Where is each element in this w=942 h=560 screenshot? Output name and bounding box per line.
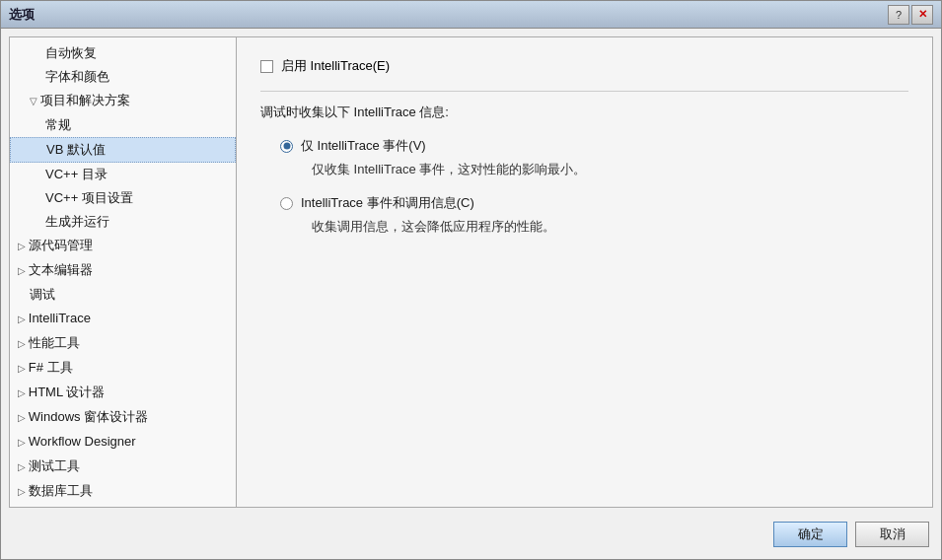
tree-item-font-color[interactable]: 字体和颜色	[10, 65, 236, 89]
tree-item-db-tools[interactable]: 数据库工具	[10, 479, 236, 504]
tree-item-fsharp-tools[interactable]: F# 工具	[10, 356, 236, 381]
left-panel: 自动恢复 字体和颜色 项目和解决方案 常规 VB 默认值 VC++ 目录 VC+…	[10, 37, 237, 507]
window-body: 自动恢复 字体和颜色 项目和解决方案 常规 VB 默认值 VC++ 目录 VC+…	[1, 29, 941, 559]
tree-item-project-solution[interactable]: 项目和解决方案	[10, 89, 236, 113]
collect-section-label: 调试时收集以下 IntelliTrace 信息:	[260, 104, 908, 121]
window-title: 选项	[9, 6, 888, 24]
tree-item-perf-tools[interactable]: 性能工具	[10, 331, 236, 356]
tree-item-debug[interactable]: 调试	[10, 283, 236, 307]
tree-container[interactable]: 自动恢复 字体和颜色 项目和解决方案 常规 VB 默认值 VC++ 目录 VC+…	[10, 37, 236, 507]
tree-item-windows-designer[interactable]: Windows 窗体设计器	[10, 405, 236, 430]
tree-item-vb-defaults[interactable]: VB 默认值	[10, 137, 236, 163]
radio-events-label: 仅 IntelliTrace 事件(V)	[301, 137, 426, 155]
cancel-button[interactable]: 取消	[855, 522, 929, 547]
tree-item-test-tools[interactable]: 测试工具	[10, 455, 236, 479]
enable-intellitrace-checkbox[interactable]	[260, 60, 273, 73]
radio-events-desc: 仅收集 IntelliTrace 事件，这对性能的影响最小。	[312, 161, 908, 178]
tree-item-html-designer[interactable]: HTML 设计器	[10, 381, 236, 405]
radio-calls-label: IntelliTrace 事件和调用信息(C)	[301, 194, 474, 212]
tree-item-auto-restore[interactable]: 自动恢复	[10, 41, 236, 65]
tree-item-workflow-designer[interactable]: Workflow Designer	[10, 430, 236, 455]
tree-item-vc-settings[interactable]: VC++ 项目设置	[10, 186, 236, 210]
tree-item-build-run[interactable]: 生成并运行	[10, 210, 236, 234]
radio-calls-row: IntelliTrace 事件和调用信息(C)	[280, 194, 908, 212]
enable-intellitrace-row: 启用 IntelliTrace(E)	[260, 57, 908, 75]
tree-item-general[interactable]: 常规	[10, 113, 236, 137]
radio-item-events: 仅 IntelliTrace 事件(V) 仅收集 IntelliTrace 事件…	[280, 137, 908, 178]
tree-item-vc-directory[interactable]: VC++ 目录	[10, 163, 236, 186]
title-bar: 选项 ? ✕	[1, 1, 941, 29]
radio-events[interactable]	[280, 140, 293, 153]
right-panel: 启用 IntelliTrace(E) 调试时收集以下 IntelliTrace …	[237, 37, 932, 507]
tree-item-text-editor[interactable]: 文本编辑器	[10, 258, 236, 283]
radio-calls-desc: 收集调用信息，这会降低应用程序的性能。	[312, 218, 908, 236]
help-button[interactable]: ?	[888, 5, 909, 25]
radio-item-calls: IntelliTrace 事件和调用信息(C) 收集调用信息，这会降低应用程序的…	[280, 194, 908, 236]
tree-item-intellitrace[interactable]: IntelliTrace	[10, 307, 236, 331]
divider	[260, 91, 908, 92]
ok-button[interactable]: 确定	[773, 522, 847, 547]
main-window: 选项 ? ✕ 自动恢复 字体和颜色 项目和解决方案 常规 VB 默认值 VC++…	[0, 0, 942, 560]
radio-events-row: 仅 IntelliTrace 事件(V)	[280, 137, 908, 155]
radio-calls[interactable]	[280, 197, 293, 210]
enable-intellitrace-label: 启用 IntelliTrace(E)	[281, 57, 390, 75]
main-content: 自动恢复 字体和颜色 项目和解决方案 常规 VB 默认值 VC++ 目录 VC+…	[9, 36, 933, 508]
close-button[interactable]: ✕	[911, 5, 933, 25]
footer-row: 确定 取消	[9, 516, 933, 551]
tree-item-text-template[interactable]: 文本模板化	[10, 504, 236, 507]
title-bar-buttons: ? ✕	[888, 5, 933, 25]
radio-group: 仅 IntelliTrace 事件(V) 仅收集 IntelliTrace 事件…	[280, 137, 908, 236]
tree-item-source-control[interactable]: 源代码管理	[10, 234, 236, 258]
